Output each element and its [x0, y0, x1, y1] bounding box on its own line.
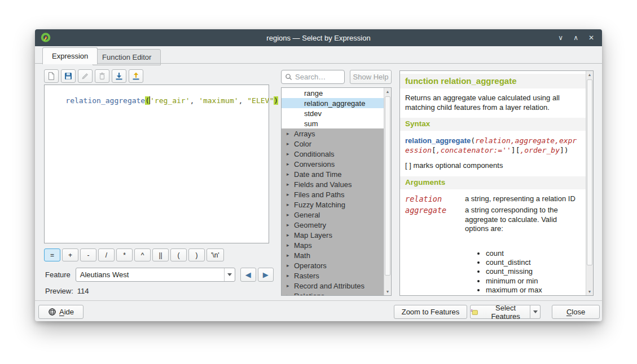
operator-button[interactable]: /	[98, 248, 115, 261]
import-expression-button[interactable]	[112, 69, 126, 83]
function-list-item-label: Maps	[294, 241, 312, 250]
function-list-item-label: Color	[294, 140, 311, 148]
close-icon[interactable]: ✕	[588, 29, 594, 46]
expand-triangle-icon[interactable]: ▸	[287, 151, 294, 157]
expand-triangle-icon[interactable]: ▸	[287, 222, 294, 228]
expand-triangle-icon[interactable]: ▸	[287, 171, 294, 177]
expand-triangle-icon[interactable]: ▸	[287, 141, 294, 147]
syntax-token: aggregate	[515, 136, 555, 145]
function-list-item[interactable]: stdev	[282, 108, 384, 118]
function-list-item[interactable]: ▸Arrays	[282, 128, 384, 139]
syntax-token: [	[516, 146, 520, 154]
expand-triangle-icon[interactable]: ▸	[287, 181, 294, 187]
operator-button[interactable]: ^	[134, 248, 151, 261]
expand-triangle-icon[interactable]: ▸	[287, 192, 294, 197]
scrollbar-thumb[interactable]	[385, 96, 390, 276]
tab-expression[interactable]: Expression	[42, 47, 98, 64]
function-list-item[interactable]: relation_aggregate	[282, 98, 384, 108]
function-list-item[interactable]: ▸Math	[282, 250, 384, 260]
function-list-item[interactable]: ▸Fields and Values	[282, 179, 384, 189]
function-list-item[interactable]: sum	[282, 118, 384, 128]
expand-triangle-icon[interactable]: ▸	[287, 273, 294, 278]
expand-triangle-icon[interactable]: ▸	[287, 212, 294, 217]
function-list-scrollbar[interactable]: ▲ ▼	[384, 88, 391, 295]
help-button[interactable]: Aide	[38, 305, 84, 319]
operator-button[interactable]: ||	[152, 248, 169, 261]
function-list-item[interactable]: ▸Conversions	[282, 159, 384, 169]
expand-triangle-icon[interactable]: ▸	[287, 263, 294, 268]
function-list-item-label: sum	[304, 119, 318, 128]
feature-combobox[interactable]: Aleutians West	[76, 268, 235, 282]
zoom-to-features-button[interactable]: Zoom to Features	[394, 305, 467, 319]
function-list-item[interactable]: ▸Maps	[282, 240, 384, 250]
save-expression-button[interactable]	[61, 69, 76, 83]
function-list-item[interactable]: ▸Files and Paths	[282, 189, 384, 199]
next-feature-button[interactable]: ▶	[258, 268, 274, 282]
operator-button[interactable]: *	[116, 248, 133, 261]
function-list-item[interactable]: ▸Date and Time	[282, 169, 384, 179]
select-by-expression-dialog: regions — Select by Expression ∨ ∧ ✕ Exp…	[35, 29, 602, 321]
delete-expression-button[interactable]	[95, 69, 109, 83]
syntax-token: relation_aggregate	[405, 136, 471, 145]
expand-triangle-icon[interactable]: ▸	[287, 293, 294, 295]
expression-editor[interactable]: relation_aggregate('reg_air', 'maximum',…	[44, 85, 269, 243]
show-help-button[interactable]: Show Help	[350, 70, 392, 84]
function-list-item[interactable]: ▸Record and Attributes	[282, 281, 384, 291]
expand-triangle-icon[interactable]: ▸	[287, 161, 294, 167]
expand-triangle-icon[interactable]: ▸	[287, 283, 294, 288]
function-list-item-label: Date and Time	[294, 170, 342, 179]
expand-triangle-icon[interactable]: ▸	[287, 242, 294, 248]
function-list-item[interactable]: ▸Relations	[282, 291, 384, 295]
minimize-icon[interactable]: ∨	[558, 29, 563, 46]
scroll-up-icon[interactable]: ▲	[586, 73, 593, 77]
feature-combo-arrow[interactable]	[224, 268, 235, 281]
expand-triangle-icon[interactable]: ▸	[287, 202, 294, 207]
help-scrollbar[interactable]: ▲ ▼	[586, 71, 593, 295]
close-button[interactable]: Close	[552, 305, 600, 319]
scrollbar-thumb[interactable]	[587, 79, 592, 265]
help-arguments-heading: Arguments	[400, 176, 586, 189]
function-list-item-label: Conversions	[294, 160, 335, 168]
function-list-item[interactable]: ▸Operators	[282, 260, 384, 270]
function-list-item-label: Fields and Values	[294, 180, 352, 189]
function-list-item[interactable]: ▸Conditionals	[282, 149, 384, 159]
operator-button[interactable]: =	[44, 248, 60, 261]
new-expression-button[interactable]	[44, 69, 59, 83]
function-list-item[interactable]: ▸General	[282, 210, 384, 220]
function-list-item[interactable]: range	[282, 88, 384, 98]
select-features-button[interactable]: ε Select Features	[470, 305, 530, 319]
syntax-token: (	[471, 136, 475, 145]
function-list-item[interactable]: ▸Geometry	[282, 220, 384, 230]
export-expression-button[interactable]	[129, 69, 143, 83]
operator-button[interactable]: +	[62, 248, 78, 261]
search-input[interactable]: Search…	[281, 70, 345, 84]
operator-button[interactable]: '\n'	[207, 248, 224, 261]
function-list-item[interactable]: ▸Color	[282, 139, 384, 149]
expression-token: relation_aggregate	[65, 96, 145, 105]
expand-triangle-icon[interactable]: ▸	[287, 232, 294, 238]
scroll-up-icon[interactable]: ▲	[384, 90, 391, 94]
edit-expression-button[interactable]	[78, 69, 93, 83]
previous-feature-button[interactable]: ◀	[240, 268, 256, 282]
import-down-arrow-icon	[115, 72, 124, 81]
syntax-token: ]	[560, 146, 564, 154]
select-features-dropdown[interactable]	[530, 305, 541, 319]
function-list-item-label: stdev	[304, 109, 322, 118]
operator-button[interactable]: (	[170, 248, 187, 261]
operator-button[interactable]: -	[80, 248, 96, 261]
operator-button[interactable]: )	[188, 248, 205, 261]
search-placeholder: Search…	[295, 73, 326, 81]
function-list-item[interactable]: ▸Fuzzy Matching	[282, 199, 384, 210]
maximize-icon[interactable]: ∧	[573, 29, 578, 46]
scroll-down-icon[interactable]: ▼	[384, 290, 391, 294]
scroll-down-icon[interactable]: ▼	[586, 290, 593, 294]
function-list-item[interactable]: ▸Map Layers	[282, 230, 384, 240]
titlebar[interactable]: regions — Select by Expression ∨ ∧ ✕	[35, 29, 602, 46]
expand-triangle-icon[interactable]: ▸	[287, 252, 294, 258]
function-list-item[interactable]: ▸Rasters	[282, 270, 384, 281]
argument-name: relation	[405, 194, 465, 204]
syntax-token: ,	[511, 136, 515, 145]
expand-triangle-icon[interactable]: ▸	[287, 131, 294, 136]
syntax-token: order_by	[524, 146, 560, 154]
preview-row: Preview:114	[45, 287, 89, 295]
